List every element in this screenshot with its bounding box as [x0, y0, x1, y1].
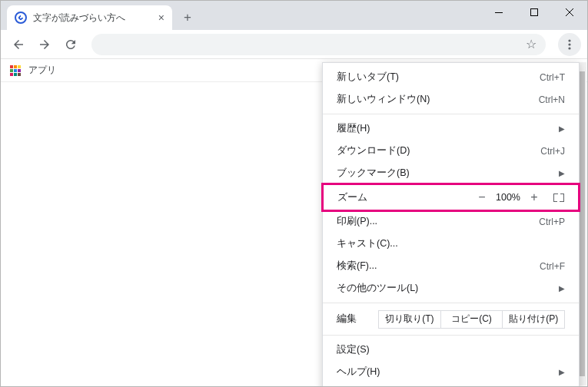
chevron-right-icon: ▶	[559, 368, 565, 376]
menu-find[interactable]: 検索(F)...Ctrl+F	[323, 255, 579, 277]
chevron-right-icon: ▶	[559, 124, 565, 133]
minimize-button[interactable]	[481, 1, 517, 24]
menu-new-window[interactable]: 新しいウィンドウ(N)Ctrl+N	[323, 88, 579, 111]
menu-cast[interactable]: キャスト(C)...	[323, 233, 579, 255]
address-bar[interactable]: ☆	[91, 34, 546, 55]
chrome-menu: 新しいタブ(T)Ctrl+T 新しいウィンドウ(N)Ctrl+N 履歴(H)▶ …	[322, 62, 580, 387]
browser-tab[interactable]: 文字が読みづらい方へ ×	[7, 5, 172, 30]
forward-button[interactable]	[33, 33, 56, 56]
svg-point-3	[568, 43, 570, 45]
svg-rect-0	[495, 12, 503, 13]
menu-button[interactable]	[558, 33, 581, 56]
tab-favicon	[15, 12, 27, 24]
new-tab-button[interactable]: +	[177, 7, 198, 28]
chevron-right-icon: ▶	[559, 284, 565, 293]
menu-more-tools[interactable]: その他のツール(L)▶	[323, 277, 579, 299]
copy-button[interactable]: コピー(C)	[441, 310, 503, 329]
menu-history[interactable]: 履歴(H)▶	[323, 117, 579, 140]
zoom-out-button[interactable]: −	[472, 190, 492, 204]
menu-downloads[interactable]: ダウンロード(D)Ctrl+J	[323, 140, 579, 162]
tab-title: 文字が読みづらい方へ	[33, 12, 152, 25]
svg-point-4	[568, 47, 570, 49]
back-button[interactable]	[7, 33, 30, 56]
menu-settings[interactable]: 設定(S)	[323, 339, 579, 361]
menu-help[interactable]: ヘルプ(H)▶	[323, 361, 579, 383]
reload-button[interactable]	[59, 33, 82, 56]
zoom-label: ズーム	[337, 191, 472, 204]
chevron-right-icon: ▶	[559, 169, 565, 177]
zoom-value: 100%	[492, 192, 524, 203]
apps-label[interactable]: アプリ	[28, 64, 56, 77]
paste-button[interactable]: 貼り付け(P)	[503, 310, 565, 329]
menu-new-tab[interactable]: 新しいタブ(T)Ctrl+T	[323, 66, 579, 88]
menu-bookmarks[interactable]: ブックマーク(B)▶	[323, 162, 579, 184]
fullscreen-icon[interactable]	[553, 194, 564, 202]
svg-point-2	[568, 39, 570, 41]
zoom-in-button[interactable]: +	[524, 190, 544, 204]
svg-rect-1	[531, 9, 538, 16]
menu-zoom-row: ズーム − 100% +	[321, 183, 580, 212]
close-window-button[interactable]	[552, 1, 587, 24]
menu-edit-row: 編集 切り取り(T) コピー(C) 貼り付け(P)	[323, 306, 579, 332]
maximize-button[interactable]	[517, 1, 552, 24]
menu-print[interactable]: 印刷(P)...Ctrl+P	[323, 210, 579, 233]
close-tab-icon[interactable]: ×	[158, 12, 164, 23]
bookmark-star-icon[interactable]: ☆	[526, 37, 537, 51]
apps-icon[interactable]	[10, 65, 21, 76]
cut-button[interactable]: 切り取り(T)	[378, 310, 441, 329]
